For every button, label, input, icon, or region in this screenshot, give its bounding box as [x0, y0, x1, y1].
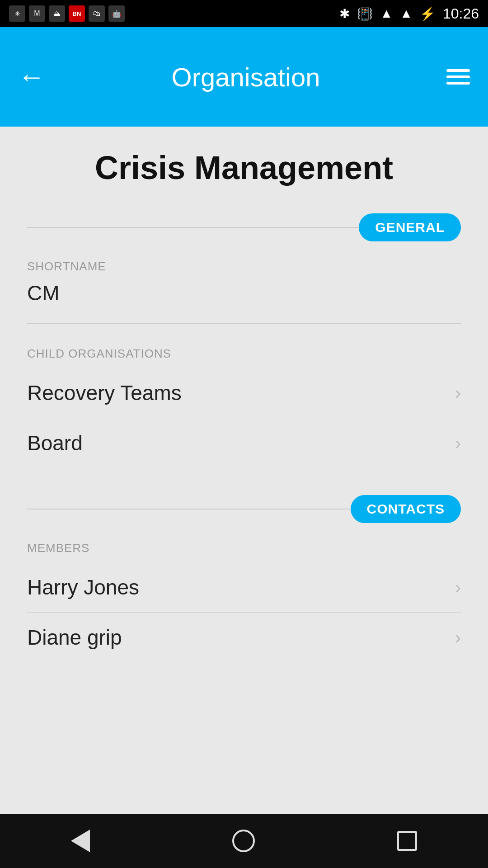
members-label: MEMBERS [27, 541, 461, 555]
child-orgs-label: CHILD ORGANISATIONS [27, 347, 461, 361]
field-separator-1 [27, 323, 461, 324]
nav-recent-button[interactable] [397, 831, 417, 851]
signal-icon: ▲ [400, 6, 413, 21]
app-icon-3: ⛰ [49, 5, 65, 22]
nav-home-button[interactable] [232, 830, 255, 852]
nav-bar [0, 814, 488, 868]
bluetooth-icon: ✱ [339, 6, 350, 21]
menu-line-2 [446, 75, 470, 78]
list-item-board[interactable]: Board › [27, 418, 461, 468]
battery-icon: ⚡ [420, 6, 436, 21]
menu-button[interactable] [446, 69, 470, 85]
general-badge: GENERAL [359, 213, 461, 241]
status-icons: ✳ M ⛰ BN 🛍 🤖 [9, 5, 125, 22]
back-arrow-icon: ← [18, 61, 45, 92]
diane-grip-text: Diane grip [27, 625, 122, 650]
app-bar: ← Organisation [0, 27, 488, 127]
chevron-right-icon-2: › [455, 433, 461, 453]
app-icon-6: 🤖 [108, 5, 125, 22]
status-bar: ✳ M ⛰ BN 🛍 🤖 ✱ 📳 ▲ ▲ ⚡ 10:26 [0, 0, 488, 27]
board-text: Board [27, 431, 83, 455]
app-icon-5: 🛍 [89, 5, 105, 22]
status-right: ✱ 📳 ▲ ▲ ⚡ 10:26 [339, 5, 479, 22]
contacts-section-divider: CONTACTS [27, 495, 461, 523]
divider-line-general [27, 227, 359, 228]
org-title: Crisis Management [27, 149, 461, 186]
recovery-teams-text: Recovery Teams [27, 381, 182, 405]
shortname-label: SHORTNAME [27, 259, 461, 274]
nav-home-icon [232, 830, 255, 852]
list-item-recovery-teams[interactable]: Recovery Teams › [27, 368, 461, 418]
harry-jones-text: Harry Jones [27, 575, 139, 599]
main-content: Crisis Management GENERAL SHORTNAME CM C… [0, 127, 488, 814]
general-section-divider: GENERAL [27, 213, 461, 241]
app-icon-1: ✳ [9, 5, 25, 22]
menu-line-1 [446, 69, 470, 72]
time-display: 10:26 [443, 5, 479, 22]
app-icon-2: M [29, 5, 45, 22]
chevron-right-icon-3: › [455, 577, 461, 598]
nav-recent-icon [397, 831, 417, 851]
app-icon-4: BN [69, 5, 85, 22]
list-item-harry-jones[interactable]: Harry Jones › [27, 562, 461, 612]
list-item-diane-grip[interactable]: Diane grip › [27, 613, 461, 662]
menu-line-3 [446, 82, 470, 85]
nav-back-button[interactable] [71, 830, 90, 852]
back-button[interactable]: ← [18, 63, 45, 90]
contacts-badge: CONTACTS [351, 495, 461, 523]
vibrate-icon: 📳 [357, 6, 373, 21]
shortname-value: CM [27, 281, 461, 305]
nav-back-icon [71, 830, 90, 852]
chevron-right-icon-4: › [455, 627, 461, 648]
app-bar-title: Organisation [172, 62, 320, 92]
wifi-icon: ▲ [380, 6, 393, 21]
divider-line-contacts [27, 509, 351, 509]
chevron-right-icon-1: › [455, 383, 461, 403]
